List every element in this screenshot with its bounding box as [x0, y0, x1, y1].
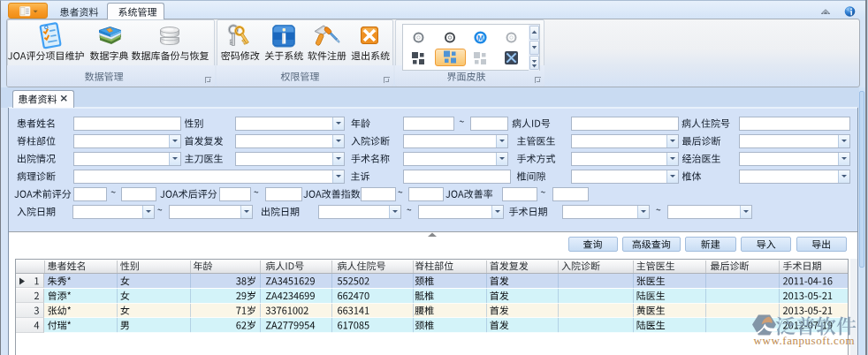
- svg-text:M: M: [477, 34, 483, 42]
